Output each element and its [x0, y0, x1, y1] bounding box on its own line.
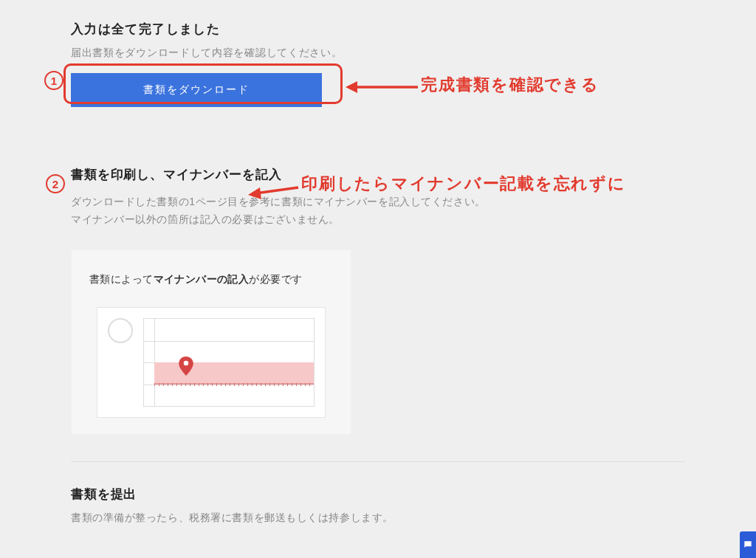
annotation-arrow-1-icon: [346, 78, 419, 96]
section-divider: [71, 461, 685, 462]
annotation-marker-2: 2: [46, 174, 65, 193]
annotation-marker-1: 1: [44, 71, 63, 90]
svg-point-0: [184, 361, 189, 366]
section1-description: 届出書類をダウンロードして内容を確認してください。: [71, 46, 685, 60]
infobox-suffix: が必要です: [249, 273, 302, 285]
svg-marker-4: [248, 187, 261, 199]
chat-icon: [743, 540, 753, 550]
diagram-pin-icon: [179, 356, 193, 376]
section3-title: 書類を提出: [71, 486, 685, 503]
infobox-text: 書類によってマイナンバーの記入が必要です: [89, 271, 333, 289]
mynumber-infobox: 書類によってマイナンバーの記入が必要です: [71, 249, 351, 435]
infobox-prefix: 書類によって: [89, 273, 154, 285]
svg-line-3: [255, 187, 298, 193]
form-diagram: [97, 307, 326, 418]
infobox-strong: マイナンバーの記入: [154, 273, 250, 285]
annotation-text-2: 印刷したらマイナンバー記載を忘れずに: [301, 173, 626, 195]
diagram-avatar-icon: [108, 318, 133, 343]
svg-marker-2: [346, 81, 357, 93]
section2-description: ダウンロードした書類の1ページ目を参考に書類にマイナンバーを記入してください。 …: [71, 193, 685, 229]
section3-description: 書類の準備が整ったら、税務署に書類を郵送もしくは持参します。: [71, 512, 685, 525]
section1-title: 入力は全て完了しました: [71, 21, 685, 38]
annotation-text-1: 完成書類を確認できる: [421, 74, 599, 96]
section2-desc-line2: マイナンバー以外の箇所は記入の必要はございません。: [71, 213, 340, 225]
download-documents-button[interactable]: 書類をダウンロード: [71, 73, 322, 107]
chat-widget-button[interactable]: [740, 531, 756, 558]
annotation-arrow-2-icon: [248, 183, 300, 199]
diagram-grid: [143, 318, 315, 407]
